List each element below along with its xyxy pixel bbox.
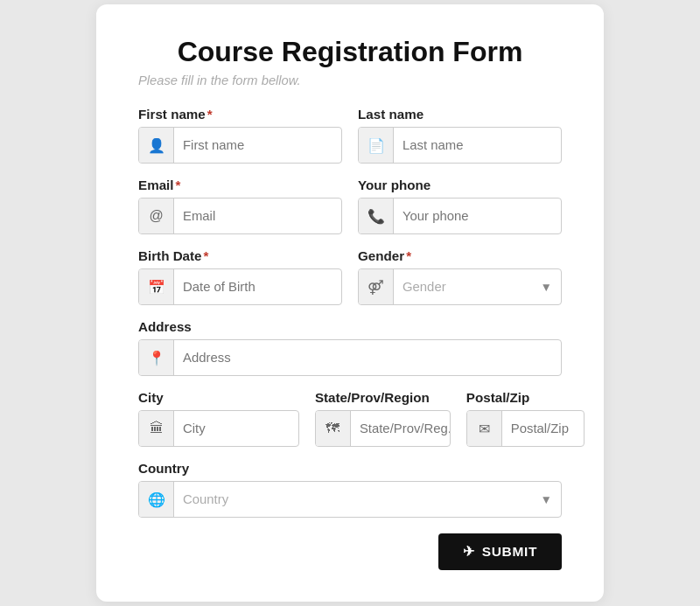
row-country: Country 🌐 Country United States Canada U… (138, 461, 562, 518)
group-zip: Postal/Zip ✉ (466, 390, 585, 447)
input-wrapper-country: 🌐 Country United States Canada United Ki… (138, 481, 562, 518)
input-wrapper-city: 🏛 (138, 410, 299, 447)
required-star-first-name: * (207, 107, 213, 122)
gender-icon: ⚤ (359, 269, 394, 304)
label-phone: Your phone (358, 178, 562, 192)
at-icon: @ (139, 199, 174, 233)
form-subtitle: Please fill in the form bellow. (138, 73, 562, 87)
send-icon: ✈ (463, 544, 475, 560)
label-address: Address (138, 319, 562, 334)
label-gender: Gender* (358, 248, 562, 263)
row-city-state-zip: City 🏛 State/Prov/Region 🗺 Postal/Zip ✉ (138, 390, 562, 447)
group-birth-date: Birth Date* 📅 (138, 248, 342, 305)
form-title: Course Registration Form (138, 36, 562, 68)
person-icon: 👤 (139, 128, 174, 163)
label-state: State/Prov/Region (315, 390, 451, 405)
submit-button[interactable]: ✈ SUBMIT (438, 533, 562, 570)
calendar-icon: 📅 (139, 269, 174, 304)
label-city: City (138, 390, 299, 405)
phone-input[interactable] (394, 199, 562, 233)
email-input[interactable] (174, 199, 342, 233)
first-name-input[interactable] (174, 128, 342, 163)
group-address: Address 📍 (138, 319, 562, 376)
required-star-email: * (176, 178, 181, 192)
group-country: Country 🌐 Country United States Canada U… (138, 461, 562, 518)
input-wrapper-email: @ (138, 198, 342, 234)
input-wrapper-gender: ⚤ Gender Male Female Other ▼ (358, 268, 562, 305)
address-input[interactable] (174, 340, 561, 375)
row-name: First name* 👤 Last name 📄 (138, 107, 562, 164)
input-wrapper-zip: ✉ (466, 410, 585, 447)
globe-icon: 🌐 (139, 482, 174, 517)
input-wrapper-first-name: 👤 (138, 127, 342, 164)
row-birth-gender: Birth Date* 📅 Gender* ⚤ Gender Male Fema… (138, 248, 562, 305)
row-address: Address 📍 (138, 319, 562, 376)
mail-icon: ✉ (467, 411, 502, 446)
label-email: Email* (138, 178, 342, 192)
group-email: Email* @ (138, 178, 342, 234)
row-email-phone: Email* @ Your phone 📞 (138, 178, 562, 234)
group-last-name: Last name 📄 (358, 107, 562, 164)
label-country: Country (138, 461, 562, 476)
label-last-name: Last name (358, 107, 562, 122)
group-first-name: First name* 👤 (138, 107, 342, 164)
label-zip: Postal/Zip (466, 390, 585, 405)
submit-row: ✈ SUBMIT (138, 533, 562, 570)
required-star-birth: * (204, 248, 209, 263)
last-name-input[interactable] (394, 128, 562, 163)
group-phone: Your phone 📞 (358, 178, 562, 234)
location-icon: 📍 (139, 340, 174, 375)
input-wrapper-state: 🗺 (315, 410, 451, 447)
building-icon: 🏛 (139, 411, 174, 446)
input-wrapper-birth-date: 📅 (138, 268, 342, 305)
input-wrapper-last-name: 📄 (358, 127, 562, 164)
required-star-gender: * (406, 248, 411, 263)
group-gender: Gender* ⚤ Gender Male Female Other ▼ (358, 248, 562, 305)
label-first-name: First name* (138, 107, 342, 122)
phone-icon: 📞 (359, 199, 394, 233)
group-state: State/Prov/Region 🗺 (315, 390, 451, 447)
registration-form-card: Course Registration Form Please fill in … (96, 4, 604, 602)
birth-date-input[interactable] (174, 269, 342, 304)
group-city: City 🏛 (138, 390, 299, 447)
city-input[interactable] (174, 411, 299, 446)
id-card-icon: 📄 (359, 128, 394, 163)
label-birth-date: Birth Date* (138, 248, 342, 263)
map-icon: 🗺 (316, 411, 351, 446)
state-input[interactable] (351, 411, 451, 446)
gender-select[interactable]: Gender Male Female Other (394, 269, 561, 304)
input-wrapper-phone: 📞 (358, 198, 562, 234)
country-select[interactable]: Country United States Canada United King… (174, 482, 561, 517)
input-wrapper-address: 📍 (138, 339, 562, 376)
zip-input[interactable] (502, 411, 585, 446)
